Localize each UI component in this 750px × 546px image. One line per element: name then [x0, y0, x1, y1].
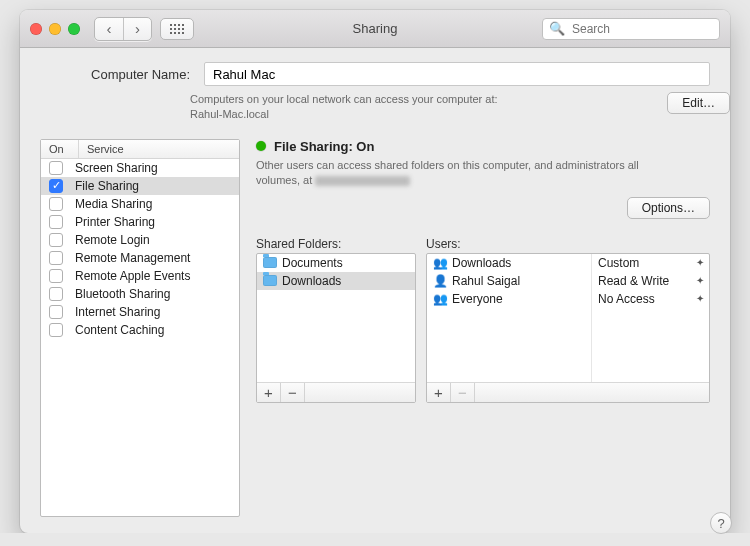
users-panel: Users: 👥Downloads👤Rahul Saigal👥Everyone …	[426, 237, 710, 517]
status-line: File Sharing: On	[256, 139, 710, 154]
service-checkbox[interactable]	[49, 161, 63, 175]
service-row[interactable]: Bluetooth Sharing	[41, 285, 239, 303]
service-label: Remote Apple Events	[75, 269, 190, 283]
stepper-icon: ✦	[696, 275, 703, 286]
group-icon: 👥	[433, 256, 447, 270]
service-row[interactable]: File Sharing	[41, 177, 239, 195]
search-input[interactable]	[570, 21, 724, 37]
service-row[interactable]: Media Sharing	[41, 195, 239, 213]
permission-value: No Access	[598, 292, 655, 306]
group-icon: 👥	[433, 292, 447, 306]
folder-name: Documents	[282, 256, 343, 270]
computer-name-input[interactable]	[204, 62, 710, 86]
edit-hostname-button[interactable]: Edit…	[667, 92, 730, 114]
minimize-icon[interactable]	[49, 23, 61, 35]
zoom-icon[interactable]	[68, 23, 80, 35]
user-row[interactable]: 👥Everyone	[427, 290, 591, 308]
service-row[interactable]: Screen Sharing	[41, 159, 239, 177]
service-checkbox[interactable]	[49, 233, 63, 247]
note-line1: Computers on your local network can acce…	[190, 93, 498, 105]
shared-folder-row[interactable]: Downloads	[257, 272, 415, 290]
permission-value: Read & Write	[598, 274, 669, 288]
service-row[interactable]: Internet Sharing	[41, 303, 239, 321]
folder-icon	[263, 275, 277, 286]
col-on: On	[41, 140, 79, 158]
service-row[interactable]: Remote Apple Events	[41, 267, 239, 285]
permission-selector[interactable]: No Access✦	[592, 290, 709, 308]
help-button[interactable]: ?	[710, 512, 730, 533]
service-label: Bluetooth Sharing	[75, 287, 170, 301]
user-row[interactable]: 👤Rahul Saigal	[427, 272, 591, 290]
shared-folder-row[interactable]: Documents	[257, 254, 415, 272]
remove-folder-button[interactable]: −	[281, 383, 305, 402]
shared-folders-panel: Shared Folders: DocumentsDownloads + −	[256, 237, 416, 517]
folder-name: Downloads	[282, 274, 341, 288]
search-icon: 🔍	[549, 21, 565, 36]
service-label: File Sharing	[75, 179, 139, 193]
user-name: Downloads	[452, 256, 511, 270]
stepper-icon: ✦	[696, 293, 703, 304]
user-name: Rahul Saigal	[452, 274, 520, 288]
user-name: Everyone	[452, 292, 503, 306]
service-row[interactable]: Remote Login	[41, 231, 239, 249]
grid-icon	[170, 24, 184, 34]
permission-selector[interactable]: Custom✦	[592, 254, 709, 272]
service-label: Printer Sharing	[75, 215, 155, 229]
forward-button[interactable]: ›	[123, 18, 151, 40]
users-label: Users:	[426, 237, 710, 251]
add-user-button[interactable]: +	[427, 383, 451, 402]
computer-name-row: Computer Name:	[20, 48, 730, 86]
close-icon[interactable]	[30, 23, 42, 35]
show-all-button[interactable]	[160, 18, 194, 40]
service-label: Internet Sharing	[75, 305, 160, 319]
service-checkbox[interactable]	[49, 215, 63, 229]
add-folder-button[interactable]: +	[257, 383, 281, 402]
service-checkbox[interactable]	[49, 323, 63, 337]
stepper-icon: ✦	[696, 257, 703, 268]
note-line2: Rahul-Mac.local	[190, 108, 269, 120]
person-icon: 👤	[433, 274, 447, 288]
service-checkbox[interactable]	[49, 251, 63, 265]
service-checkbox[interactable]	[49, 269, 63, 283]
service-label: Content Caching	[75, 323, 164, 337]
shared-folders-list[interactable]: DocumentsDownloads + −	[256, 253, 416, 403]
computer-name-label: Computer Name:	[40, 62, 190, 82]
user-row[interactable]: 👥Downloads	[427, 254, 591, 272]
service-checkbox[interactable]	[49, 287, 63, 301]
service-checkbox[interactable]	[49, 305, 63, 319]
users-list[interactable]: 👥Downloads👤Rahul Saigal👥Everyone Custom✦…	[426, 253, 710, 403]
service-checkbox[interactable]	[49, 179, 63, 193]
shared-folders-label: Shared Folders:	[256, 237, 416, 251]
service-checkbox[interactable]	[49, 197, 63, 211]
service-label: Screen Sharing	[75, 161, 158, 175]
status-description: Other users can access shared folders on…	[256, 158, 676, 189]
service-row[interactable]: Printer Sharing	[41, 213, 239, 231]
service-row[interactable]: Content Caching	[41, 321, 239, 339]
redacted-address	[315, 176, 410, 186]
services-header: On Service	[41, 140, 239, 159]
back-button[interactable]: ‹	[95, 18, 123, 40]
service-label: Remote Management	[75, 251, 190, 265]
status-dot-icon	[256, 141, 266, 151]
service-label: Media Sharing	[75, 197, 152, 211]
nav-back-forward: ‹ ›	[94, 17, 152, 41]
permission-selector[interactable]: Read & Write✦	[592, 272, 709, 290]
main-content: On Service Screen SharingFile SharingMed…	[20, 123, 730, 533]
titlebar: ‹ › Sharing 🔍	[20, 10, 730, 48]
folder-icon	[263, 257, 277, 268]
folders-users-row: Shared Folders: DocumentsDownloads + − U…	[256, 237, 710, 517]
remove-user-button: −	[451, 383, 475, 402]
col-service: Service	[79, 140, 132, 158]
status-title: File Sharing: On	[274, 139, 374, 154]
computer-name-note: Computers on your local network can acce…	[20, 86, 730, 123]
service-row[interactable]: Remote Management	[41, 249, 239, 267]
sharing-pref-window: ‹ › Sharing 🔍 Computer Name: Computers o…	[20, 10, 730, 533]
search-field[interactable]: 🔍	[542, 18, 720, 40]
service-label: Remote Login	[75, 233, 150, 247]
traffic-lights	[30, 23, 80, 35]
permission-value: Custom	[598, 256, 639, 270]
options-button[interactable]: Options…	[627, 197, 710, 219]
service-detail-pane: File Sharing: On Other users can access …	[256, 139, 710, 517]
services-table: On Service Screen SharingFile SharingMed…	[40, 139, 240, 517]
